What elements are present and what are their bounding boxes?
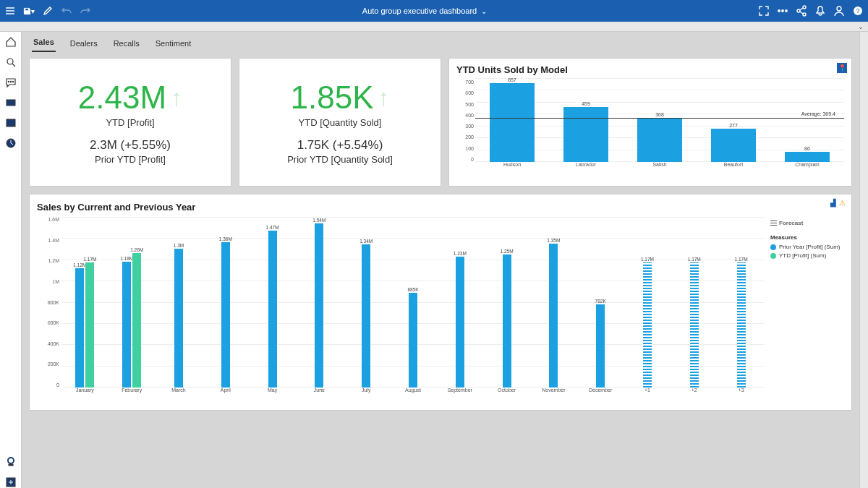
user-icon[interactable] [833, 5, 845, 17]
kpi-quantity-prior-label: Prior YTD [Quantity Sold] [287, 154, 393, 165]
bookmark-icon[interactable] [5, 456, 17, 468]
sub-toolbar: ⌄ [0, 22, 868, 32]
svg-point-4 [797, 9, 800, 12]
year-chart-title: Sales by Current and Previous Year [37, 202, 844, 213]
svg-rect-17 [9, 464, 13, 466]
add-icon[interactable] [5, 476, 17, 488]
tab-bar: Sales Dealers Recalls Sentiment [22, 32, 859, 52]
share-icon[interactable] [796, 5, 807, 17]
edit-icon[interactable] [42, 5, 54, 17]
year-chart: 1.6M1.4M1.2M1M800K600K400K200K0 1.12M1.1… [37, 217, 844, 398]
undo-icon[interactable] [61, 5, 72, 17]
menu-icon[interactable] [4, 5, 16, 17]
svg-point-0 [778, 10, 780, 12]
kpi-profit-card[interactable]: 2.43M↑ YTD [Profit] 2.3M (+5.55%) Prior … [29, 58, 231, 187]
svg-point-11 [10, 81, 11, 82]
arrow-up-icon: ↑ [171, 85, 182, 111]
svg-point-6 [837, 7, 841, 11]
help-icon[interactable]: ? [852, 5, 864, 17]
svg-point-10 [8, 81, 9, 82]
forecast-label: Forecast [779, 220, 803, 226]
right-rail[interactable] [859, 32, 868, 488]
model-chart: 7006005004003002001000 65745936827786 Hu… [456, 78, 844, 172]
kpi-quantity-card[interactable]: 1.85K↑ YTD [Quantity Sold] 1.75K (+5.54%… [239, 58, 441, 187]
kpi-profit-label: YTD [Profit] [106, 117, 154, 128]
legend-item-prior[interactable]: Prior Year [Profit] (Sum) [770, 244, 844, 250]
svg-point-16 [8, 458, 14, 463]
dashboard-title: Auto group executive dashboard [362, 7, 477, 15]
tab-dealers[interactable]: Dealers [69, 35, 99, 52]
dashboard-title-dropdown[interactable]: Auto group executive dashboard ⌄ [91, 7, 758, 15]
warning-icon[interactable]: ⚠ [839, 199, 846, 207]
svg-rect-14 [7, 119, 15, 127]
clock-icon[interactable] [5, 137, 17, 149]
average-line-label: Average: 369.4 [800, 111, 837, 116]
top-toolbar: ▾ Auto group executive dashboard ⌄ ? [0, 0, 868, 22]
kpi-profit-value: 2.43M [78, 80, 166, 116]
chart-type-icon[interactable]: ▟ [830, 199, 836, 207]
left-rail [0, 32, 22, 488]
measures-label: Measures [770, 234, 844, 241]
kpi-profit-prior-label: Prior YTD [Profit] [95, 154, 166, 165]
chat-icon[interactable] [5, 77, 17, 88]
year-chart-card[interactable]: ▟ ⚠ Sales by Current and Previous Year 1… [29, 194, 852, 411]
main-area: Sales Dealers Recalls Sentiment 2.43M↑ Y… [22, 32, 859, 488]
svg-point-12 [12, 81, 13, 82]
kpi-quantity-label: YTD [Quantity Sold] [299, 117, 382, 128]
tab-recalls[interactable]: Recalls [112, 35, 141, 52]
svg-rect-13 [7, 100, 15, 106]
more-icon[interactable] [777, 5, 788, 17]
contacts-icon[interactable] [5, 117, 17, 129]
redo-icon[interactable] [80, 5, 91, 17]
search-icon[interactable] [5, 56, 17, 68]
tab-sales[interactable]: Sales [32, 33, 56, 52]
svg-text:?: ? [856, 7, 859, 14]
pin-icon[interactable]: 📍 [837, 63, 847, 73]
fullscreen-icon[interactable] [758, 5, 770, 17]
hamburger-icon [770, 221, 777, 226]
bell-icon[interactable] [814, 5, 826, 17]
kpi-quantity-value: 1.85K [291, 80, 374, 116]
svg-point-1 [782, 10, 783, 12]
svg-point-9 [7, 59, 13, 64]
kpi-quantity-change: 1.75K (+5.54%) [297, 138, 383, 153]
svg-point-3 [803, 6, 806, 9]
model-chart-title: YTD Units Sold by Model [456, 64, 844, 75]
svg-point-5 [803, 13, 806, 16]
arrow-up-icon: ↑ [378, 85, 389, 111]
svg-point-2 [786, 10, 787, 12]
home-icon[interactable] [5, 36, 17, 48]
tab-sentiment[interactable]: Sentiment [154, 35, 193, 52]
kpi-profit-change: 2.3M (+5.55%) [90, 138, 171, 153]
year-chart-legend: Forecast Measures Prior Year [Profit] (S… [765, 217, 844, 398]
chevron-down-icon[interactable]: ⌄ [858, 23, 864, 30]
model-chart-card[interactable]: 📍 YTD Units Sold by Model 70060050040030… [448, 58, 852, 187]
legend-item-ytd[interactable]: YTD [Profit] (Sum) [770, 252, 844, 259]
save-icon[interactable]: ▾ [23, 5, 35, 17]
card-icon[interactable] [5, 97, 17, 108]
chevron-down-icon: ⌄ [481, 7, 487, 15]
